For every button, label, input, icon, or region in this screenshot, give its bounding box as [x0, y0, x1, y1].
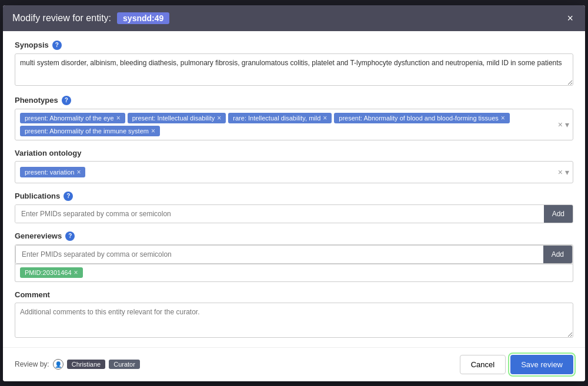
user-icon: 👤 — [53, 359, 64, 370]
genereviews-input-group: Add — [15, 245, 573, 264]
tag: present: Abnormality of the eye × — [20, 113, 125, 123]
modal-body: Synopsis ? multi system disorder, albini… — [3, 31, 585, 347]
synopsis-textarea[interactable]: multi system disorder, albinism, bleedin… — [15, 53, 573, 86]
publications-section: Publications ? Add — [15, 192, 573, 223]
cancel-button[interactable]: Cancel — [460, 355, 506, 374]
genereviews-input-area: Add — [15, 244, 573, 264]
genereviews-section: Genereviews ? Add PMID:20301464 × — [15, 231, 573, 282]
tag-remove[interactable]: × — [323, 114, 327, 122]
modal-dialog: Modify review for entity: sysndd:49 × Sy… — [3, 5, 585, 381]
genereviews-add-button[interactable]: Add — [543, 246, 572, 263]
tag: present: variation × — [20, 167, 85, 177]
publications-input-group: Add — [15, 204, 573, 223]
save-review-button[interactable]: Save review — [510, 355, 573, 374]
tag-remove[interactable]: × — [116, 114, 121, 122]
synopsis-section: Synopsis ? multi system disorder, albini… — [15, 41, 573, 88]
synopsis-label: Synopsis ? — [15, 41, 573, 50]
tag-remove[interactable]: × — [74, 268, 78, 277]
publications-add-button[interactable]: Add — [544, 205, 573, 223]
tag-remove[interactable]: × — [501, 114, 505, 122]
tag-remove[interactable]: × — [217, 114, 221, 122]
synopsis-help-icon[interactable]: ? — [52, 41, 62, 50]
tag: present: Abnormality of blood and blood-… — [334, 113, 510, 123]
genereviews-input[interactable] — [16, 246, 543, 263]
publications-label: Publications ? — [15, 192, 573, 201]
modal-title-area: Modify review for entity: sysndd:49 — [12, 12, 169, 24]
close-button[interactable]: × — [564, 13, 576, 24]
tag: present: Intellectual disability × — [128, 113, 226, 123]
tag-remove[interactable]: × — [76, 168, 81, 176]
footer-buttons: Cancel Save review — [460, 355, 573, 374]
publications-input[interactable] — [15, 205, 544, 223]
modal-overlay: Modify review for entity: sysndd:49 × Sy… — [0, 0, 588, 386]
modal-footer: Review by: 👤 Christiane Curator Cancel S… — [3, 347, 585, 381]
comment-textarea[interactable] — [15, 303, 573, 338]
review-by-label: Review by: — [15, 360, 49, 368]
genereviews-tags-container: PMID:20301464 × — [15, 264, 573, 282]
review-by-area: Review by: 👤 Christiane Curator — [15, 359, 140, 370]
variation-ontology-section: Variation ontology present: variation × … — [15, 149, 573, 183]
phenotypes-tag-container[interactable]: present: Abnormality of the eye × presen… — [15, 109, 573, 140]
phenotypes-section: Phenotypes ? present: Abnormality of the… — [15, 96, 573, 140]
expand-phenotypes-button[interactable]: ▾ — [565, 120, 569, 129]
expand-variation-button[interactable]: ▾ — [565, 167, 569, 177]
pmid-tag: PMID:20301464 × — [20, 267, 83, 278]
reviewer-name-badge: Christiane — [67, 360, 106, 369]
phenotypes-controls: × ▾ — [558, 120, 569, 129]
reviewer-role-badge: Curator — [109, 360, 140, 369]
phenotypes-label: Phenotypes ? — [15, 96, 573, 105]
tag: rare: Intellectual disability, mild × — [228, 113, 332, 123]
variation-ontology-label: Variation ontology — [15, 149, 573, 157]
variation-controls: × ▾ — [558, 167, 569, 177]
comment-section: Comment — [15, 290, 573, 340]
tag-remove[interactable]: × — [151, 127, 155, 135]
clear-variation-button[interactable]: × — [558, 167, 563, 177]
genereviews-label: Genereviews ? — [15, 231, 573, 241]
phenotypes-help-icon[interactable]: ? — [62, 96, 71, 105]
comment-label: Comment — [15, 290, 573, 299]
modal-title-text: Modify review for entity: — [12, 13, 111, 24]
modal-header: Modify review for entity: sysndd:49 × — [3, 5, 585, 31]
entity-badge: sysndd:49 — [117, 12, 169, 24]
variation-tag-container[interactable]: present: variation × × ▾ — [15, 161, 573, 183]
publications-help-icon[interactable]: ? — [64, 192, 73, 201]
tag: present: Abnormality of the immune syste… — [20, 126, 160, 136]
clear-phenotypes-button[interactable]: × — [558, 120, 563, 129]
genereviews-help-icon[interactable]: ? — [65, 231, 75, 241]
